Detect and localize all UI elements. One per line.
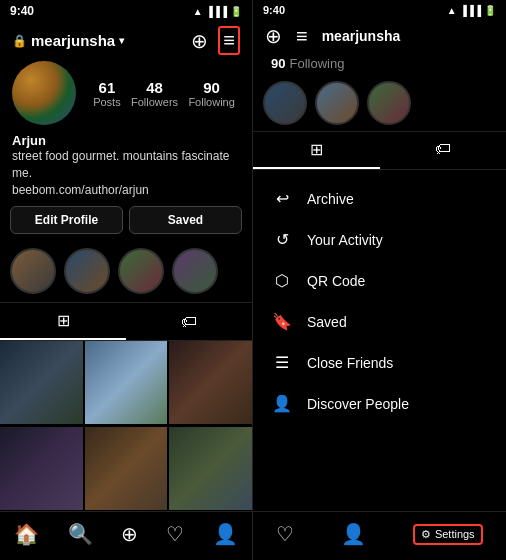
settings-icon: ⚙ (421, 528, 431, 541)
highlight-circle-3 (118, 248, 164, 294)
battery-icon: 🔋 (230, 6, 242, 17)
followers-label: Followers (131, 96, 178, 108)
discover-label: Discover People (307, 396, 409, 412)
bottom-nav-right: ♡ 👤 ⚙ Settings (253, 511, 506, 560)
grid-photo-5[interactable] (85, 427, 168, 510)
grid-photo-1[interactable] (0, 341, 83, 424)
right-following-label: Following (289, 56, 344, 71)
bottom-nav-left: 🏠 🔍 ⊕ ♡ 👤 (0, 511, 252, 560)
menu-item-close-friends[interactable]: ☰ Close Friends (253, 342, 506, 383)
stat-following[interactable]: 90 Following (188, 79, 234, 108)
qr-icon: ⬡ (271, 271, 293, 290)
profile-header: 🔒 mearjunsha ▾ ⊕ ≡ (0, 22, 252, 61)
profile-nav-icon[interactable]: 👤 (213, 522, 238, 546)
left-panel: 9:40 ▲ ▐▐▐ 🔋 🔒 mearjunsha ▾ ⊕ ≡ 61 Posts (0, 0, 253, 560)
right-highlight-2[interactable] (315, 81, 359, 125)
saved-label: Saved (307, 314, 347, 330)
saved-button[interactable]: Saved (129, 206, 242, 234)
tab-grid[interactable]: ⊞ (0, 303, 126, 340)
close-friends-icon: ☰ (271, 353, 293, 372)
posts-label: Posts (93, 96, 121, 108)
activity-label: Your Activity (307, 232, 383, 248)
right-tabs: ⊞ 🏷 (253, 131, 506, 170)
grid-photo-6[interactable] (169, 427, 252, 510)
wifi-icon: ▲ (193, 6, 203, 17)
qr-label: QR Code (307, 273, 365, 289)
highlight-4[interactable] (172, 248, 218, 294)
right-menu-icon[interactable]: ≡ (296, 25, 308, 48)
stats-row: 61 Posts 48 Followers 90 Following (88, 79, 240, 108)
bio-line1: street food gourmet. mountains fascinate… (12, 148, 240, 182)
highlight-3[interactable] (118, 248, 164, 294)
menu-item-saved[interactable]: 🔖 Saved (253, 301, 506, 342)
bio-link[interactable]: beebom.com/author/arjun (12, 182, 240, 199)
grid-icon: ⊞ (57, 311, 70, 330)
settings-label: Settings (435, 528, 475, 540)
right-profile-nav-icon[interactable]: 👤 (341, 522, 366, 546)
stat-posts[interactable]: 61 Posts (93, 79, 121, 108)
dropdown-menu: ↩ Archive ↺ Your Activity ⬡ QR Code 🔖 Sa… (253, 170, 506, 432)
add-post-icon[interactable]: ⊕ (191, 29, 208, 53)
stat-followers[interactable]: 48 Followers (131, 79, 178, 108)
highlight-1[interactable] (10, 248, 56, 294)
wifi-icon-right: ▲ (447, 5, 457, 16)
right-add-icon[interactable]: ⊕ (265, 24, 282, 48)
highlight-circle-2 (64, 248, 110, 294)
right-tab-grid[interactable]: ⊞ (253, 132, 380, 169)
grid-photo-3[interactable] (169, 341, 252, 424)
status-bar-left: 9:40 ▲ ▐▐▐ 🔋 (0, 0, 252, 22)
activity-icon: ↺ (271, 230, 293, 249)
archive-label: Archive (307, 191, 354, 207)
grid-photo-4[interactable] (0, 427, 83, 510)
archive-icon: ↩ (271, 189, 293, 208)
highlights-row (0, 244, 252, 302)
home-nav-icon[interactable]: 🏠 (14, 522, 39, 546)
bio-name: Arjun (12, 133, 240, 148)
bio-section: Arjun street food gourmet. mountains fas… (0, 133, 252, 206)
right-stat-following[interactable]: 90 Following (271, 56, 344, 71)
highlight-circle-4 (172, 248, 218, 294)
action-buttons: Edit Profile Saved (0, 206, 252, 244)
right-highlight-3[interactable] (367, 81, 411, 125)
signal-icon: ▐▐▐ (206, 6, 227, 17)
add-nav-icon[interactable]: ⊕ (121, 522, 138, 546)
right-following-count: 90 (271, 56, 285, 71)
hamburger-menu-icon[interactable]: ≡ (218, 26, 240, 55)
menu-item-activity[interactable]: ↺ Your Activity (253, 219, 506, 260)
right-stats-row: 90 Following (253, 56, 506, 77)
edit-profile-button[interactable]: Edit Profile (10, 206, 123, 234)
status-icons-right: ▲ ▐▐▐ 🔋 (447, 5, 496, 16)
right-highlight-1[interactable] (263, 81, 307, 125)
highlight-2[interactable] (64, 248, 110, 294)
discover-icon: 👤 (271, 394, 293, 413)
time-right: 9:40 (263, 4, 285, 16)
posts-count: 61 (99, 79, 116, 96)
saved-icon: 🔖 (271, 312, 293, 331)
avatar-image (12, 61, 76, 125)
chevron-down-icon: ▾ (119, 35, 124, 46)
settings-button[interactable]: ⚙ Settings (413, 524, 483, 545)
menu-item-archive[interactable]: ↩ Archive (253, 178, 506, 219)
tag-icon: 🏷 (181, 313, 197, 331)
profile-tabs: ⊞ 🏷 (0, 302, 252, 341)
right-header-icons: ⊕ ≡ (265, 24, 308, 48)
photo-grid (0, 341, 252, 511)
avatar[interactable] (12, 61, 76, 125)
right-grid-icon: ⊞ (310, 140, 323, 159)
time-left: 9:40 (10, 4, 34, 18)
right-profile-header: ⊕ ≡ mearjunsha (253, 20, 506, 56)
right-activity-nav-icon[interactable]: ♡ (276, 522, 294, 546)
right-tab-tagged[interactable]: 🏷 (380, 132, 507, 169)
menu-item-discover[interactable]: 👤 Discover People (253, 383, 506, 424)
username-row[interactable]: 🔒 mearjunsha ▾ (12, 32, 124, 49)
grid-photo-2[interactable] (85, 341, 168, 424)
right-highlights (253, 77, 506, 131)
activity-nav-icon[interactable]: ♡ (166, 522, 184, 546)
menu-item-qr[interactable]: ⬡ QR Code (253, 260, 506, 301)
tab-tagged[interactable]: 🏷 (126, 303, 252, 340)
following-label: Following (188, 96, 234, 108)
search-nav-icon[interactable]: 🔍 (68, 522, 93, 546)
lock-icon: 🔒 (12, 34, 27, 48)
signal-icon-right: ▐▐▐ (460, 5, 481, 16)
status-icons-left: ▲ ▐▐▐ 🔋 (193, 6, 242, 17)
